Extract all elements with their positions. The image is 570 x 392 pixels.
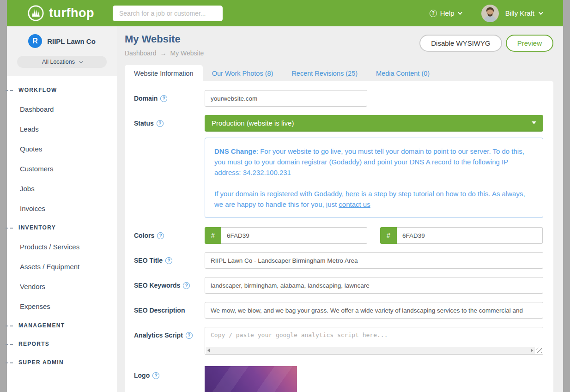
help-icon[interactable]: ?: [157, 232, 164, 239]
sidebar-item-assets-equipment[interactable]: Assets / Equipment: [7, 257, 117, 277]
dns-notice-row: DNS Change: For your website to go live,…: [134, 138, 543, 218]
sidebar-item-leads[interactable]: Leads: [7, 119, 117, 139]
horizontal-scrollbar[interactable]: [206, 347, 535, 354]
brand-logo[interactable]: turfhop: [27, 5, 94, 22]
dns-change-notice: DNS Change: For your website to go live,…: [205, 138, 543, 218]
domain-input[interactable]: [205, 90, 367, 107]
scroll-left-icon[interactable]: [207, 349, 210, 352]
chevron-down-icon: [79, 59, 83, 63]
main-content: My Website Dashboard → My Website Disabl…: [117, 26, 563, 392]
section-dash-icon: [6, 362, 13, 363]
sidebar-item-jobs[interactable]: Jobs: [7, 179, 117, 199]
nav-section-workflow[interactable]: WORKFLOW: [7, 81, 117, 99]
sidebar-item-invoices[interactable]: Invoices: [7, 199, 117, 218]
help-circle-icon: ?: [430, 10, 437, 17]
help-icon[interactable]: ?: [157, 120, 164, 127]
nav-section-label: REPORTS: [18, 341, 49, 347]
tab-website-information[interactable]: Website Information: [125, 65, 203, 81]
help-icon[interactable]: ?: [160, 95, 167, 102]
help-icon[interactable]: ?: [165, 257, 172, 264]
nav-section-inventory[interactable]: INVENTORY: [7, 218, 117, 237]
user-name: Billy Kraft: [505, 9, 534, 17]
breadcrumb-current: My Website: [170, 49, 204, 57]
domain-row: Domain ?: [134, 90, 543, 107]
company-row[interactable]: R RIIPL Lawn Co: [7, 34, 117, 48]
seo-keywords-input[interactable]: [205, 277, 543, 294]
tab-media-content[interactable]: Media Content (0): [367, 65, 439, 81]
colors-row: Colors ? # #: [134, 227, 543, 244]
sidebar-item-expenses[interactable]: Expenses: [7, 296, 117, 316]
analytics-script-textarea[interactable]: Copy / paste your google analytics scrip…: [205, 327, 543, 355]
scroll-right-icon[interactable]: [531, 349, 533, 352]
nav-section-reports[interactable]: REPORTS: [7, 335, 117, 353]
sidebar-company-section: R RIIPL Lawn Co All Locations: [7, 26, 117, 76]
breadcrumb-arrow-icon: →: [160, 49, 167, 57]
sidebar-item-customers[interactable]: Customers: [7, 159, 117, 179]
preview-button[interactable]: Preview: [506, 35, 553, 52]
section-dash-icon: [6, 228, 13, 229]
dns-notice-title: DNS Change: [214, 147, 256, 155]
sidebar: R RIIPL Lawn Co All Locations WORKFLOW D…: [7, 26, 117, 392]
nav-section-label: WORKFLOW: [18, 87, 57, 93]
caret-down-icon: [532, 121, 536, 124]
help-icon[interactable]: ?: [152, 372, 159, 379]
chevron-down-icon: [458, 10, 462, 15]
search-input[interactable]: [113, 6, 223, 21]
grass-logo-icon: [27, 5, 44, 22]
app-page: turfhop ? Help Billy Kraft: [7, 0, 563, 392]
section-dash-icon: [6, 90, 13, 91]
hash-prefix: #: [205, 227, 221, 244]
global-search: [113, 6, 223, 21]
breadcrumb-dashboard[interactable]: Dashboard: [125, 49, 157, 57]
colors-label: Colors ?: [134, 232, 205, 239]
godaddy-tutorial-link[interactable]: here: [346, 190, 359, 198]
chevron-down-icon: [539, 10, 543, 15]
topbar-right-group: ? Help Billy Kraft: [430, 5, 563, 22]
user-menu[interactable]: Billy Kraft: [505, 9, 542, 17]
company-avatar: R: [28, 34, 42, 48]
logo-preview-image: [205, 366, 297, 392]
sidebar-item-vendors[interactable]: Vendors: [7, 277, 117, 296]
domain-label: Domain ?: [134, 95, 205, 102]
locations-dropdown[interactable]: All Locations: [17, 56, 107, 68]
secondary-color-field: #: [380, 227, 543, 244]
tab-bar: Website Information Our Work Photos (8) …: [125, 65, 553, 81]
seo-keywords-label: SEO Keywords ?: [134, 282, 205, 289]
analytics-script-label: Analytics Script ?: [134, 327, 205, 339]
secondary-color-input[interactable]: [397, 227, 543, 244]
sidebar-item-products-services[interactable]: Products / Services: [7, 237, 117, 257]
company-name: RIIPL Lawn Co: [47, 37, 96, 45]
nav-section-label: INVENTORY: [18, 224, 56, 231]
primary-color-field: #: [205, 227, 367, 244]
tab-our-work-photos[interactable]: Our Work Photos (8): [203, 65, 283, 81]
seo-title-input[interactable]: [205, 252, 543, 269]
nav-section-management[interactable]: MANAGEMENT: [7, 316, 117, 335]
sidebar-nav: WORKFLOW Dashboard Leads Quotes Customer…: [7, 76, 117, 372]
help-icon[interactable]: ?: [183, 282, 190, 289]
status-label: Status ?: [134, 120, 205, 127]
seo-description-label: SEO Description: [134, 307, 205, 314]
avatar[interactable]: [481, 5, 499, 22]
primary-color-input[interactable]: [221, 227, 367, 244]
hash-prefix: #: [380, 227, 397, 244]
nav-section-label: MANAGEMENT: [18, 322, 65, 329]
nav-section-label: SUPER ADMIN: [18, 359, 64, 366]
help-icon[interactable]: ?: [186, 332, 193, 339]
logo-row: Logo ?: [134, 366, 543, 392]
page-title: My Website: [125, 33, 204, 45]
tab-recent-revisions[interactable]: Recent Revisions (25): [282, 65, 367, 81]
section-dash-icon: [6, 344, 13, 345]
status-select[interactable]: Production (website is live): [205, 115, 543, 132]
website-information-panel: Domain ? Status ? Production (: [125, 81, 553, 392]
resize-grip-icon[interactable]: [536, 348, 542, 353]
help-menu[interactable]: ? Help: [430, 9, 461, 17]
sidebar-item-quotes[interactable]: Quotes: [7, 139, 117, 159]
brand-name: turfhop: [49, 6, 94, 20]
disable-wysiwyg-button[interactable]: Disable WYSIWYG: [419, 35, 502, 52]
analytics-placeholder-text: Copy / paste your google analytics scrip…: [205, 327, 543, 343]
seo-keywords-row: SEO Keywords ?: [134, 277, 543, 294]
contact-us-link[interactable]: contact us: [339, 200, 370, 208]
sidebar-item-dashboard[interactable]: Dashboard: [7, 99, 117, 119]
seo-description-input[interactable]: [205, 302, 543, 319]
nav-section-super-admin[interactable]: SUPER ADMIN: [7, 353, 117, 372]
